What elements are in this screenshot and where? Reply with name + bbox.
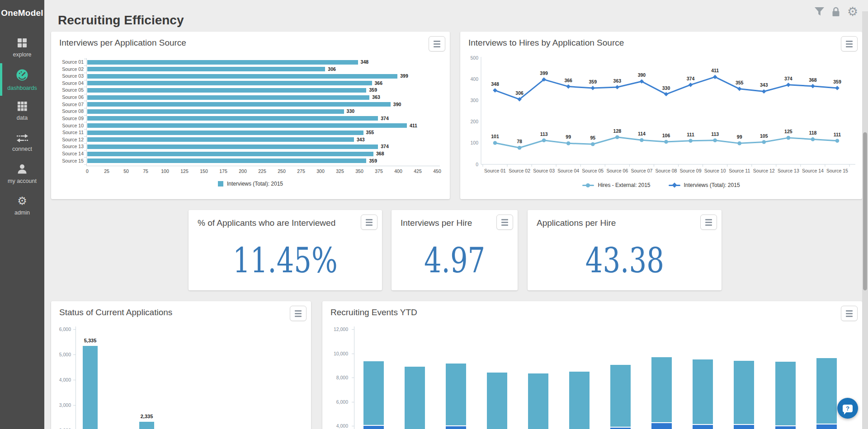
data-point-source-14[interactable] — [811, 84, 815, 89]
lock-icon[interactable] — [830, 5, 842, 17]
sidebar-item-label: connect — [12, 146, 32, 152]
data-point-source-04[interactable] — [566, 84, 571, 89]
data-point-label: 359 — [589, 79, 597, 84]
bar-source-05[interactable] — [87, 88, 366, 93]
stacked-bar-10[interactable] — [734, 361, 754, 429]
filter-icon[interactable] — [813, 5, 825, 17]
data-point-source-01[interactable] — [493, 141, 497, 145]
data-point-source-11[interactable] — [737, 141, 741, 145]
bar-source-09[interactable] — [87, 116, 378, 121]
sidebar-item-data[interactable]: data — [0, 98, 44, 123]
bar-source-07[interactable] — [87, 102, 391, 107]
page-scrollbar-thumb[interactable] — [863, 132, 867, 290]
legend-item[interactable]: Interviews (Total): 2015 — [218, 181, 283, 187]
bar-1[interactable] — [83, 346, 98, 429]
bar-source-03[interactable] — [87, 74, 397, 79]
data-point-source-06[interactable] — [615, 85, 620, 89]
bar-source-08[interactable] — [87, 109, 344, 114]
data-point-source-02[interactable] — [518, 146, 522, 150]
legend-item-interviews[interactable]: Interviews (Total): 2015 — [669, 182, 740, 188]
stacked-bar-lower-segment-10[interactable] — [734, 424, 754, 429]
y-tick-label: 300 — [470, 98, 478, 103]
data-point-source-05[interactable] — [590, 86, 595, 90]
stacked-bar-12[interactable] — [816, 358, 837, 429]
data-point-source-08[interactable] — [664, 140, 668, 144]
stacked-bar-7[interactable] — [610, 365, 631, 429]
bar-source-15[interactable] — [87, 159, 366, 163]
stacked-bar-1[interactable] — [363, 361, 384, 429]
card-menu-button[interactable] — [361, 214, 377, 230]
stacked-bar-11[interactable] — [775, 362, 796, 429]
data-point-source-11[interactable] — [737, 87, 742, 91]
data-point-source-03[interactable] — [542, 138, 546, 142]
x-category-label: Source 07 — [631, 168, 652, 173]
data-point-source-13[interactable] — [786, 83, 791, 87]
data-point-label: 411 — [711, 68, 719, 73]
bar-source-04[interactable] — [87, 81, 372, 85]
stacked-bar-8[interactable] — [651, 357, 672, 429]
x-axis-line — [86, 166, 440, 166]
bar-2[interactable] — [139, 422, 154, 429]
x-category-label: Source 06 — [606, 168, 628, 173]
data-point-source-13[interactable] — [787, 136, 791, 140]
data-point-source-06[interactable] — [615, 135, 619, 139]
bar-source-06[interactable] — [87, 95, 369, 100]
data-point-source-09[interactable] — [689, 83, 693, 87]
y-tick-label: 3,000 — [51, 402, 71, 408]
legend-item-hires[interactable]: Hires - External: 2015 — [582, 182, 650, 188]
data-point-source-05[interactable] — [591, 142, 595, 146]
sidebar-item-admin[interactable]: ⚙ admin — [0, 193, 44, 218]
card-status-of-applications: Status of Current Applications 6,0005,00… — [51, 301, 311, 429]
settings-gear-icon[interactable]: ⚙ — [847, 5, 859, 17]
stacked-bar-lower-segment-8[interactable] — [651, 422, 672, 429]
category-label: Source 01 — [51, 59, 84, 65]
dashboards-icon — [15, 68, 29, 82]
stacked-bar-lower-segment-12[interactable] — [816, 424, 837, 429]
category-label: Source 07 — [51, 102, 84, 107]
y-tick-label: 4,000 — [51, 377, 71, 382]
stacked-bar-lower-segment-9[interactable] — [693, 424, 713, 429]
card-menu-button[interactable] — [700, 214, 717, 230]
data-point-source-15[interactable] — [835, 86, 840, 90]
data-point-source-04[interactable] — [566, 141, 571, 145]
bar-source-13[interactable] — [87, 145, 378, 149]
data-point-source-07[interactable] — [640, 138, 644, 142]
stacked-bar-2[interactable] — [405, 367, 425, 429]
sidebar-item-connect[interactable]: connect — [0, 130, 44, 155]
stacked-bar-lower-segment-1[interactable] — [363, 425, 384, 429]
data-point-source-15[interactable] — [835, 139, 840, 143]
category-label: Source 02 — [51, 66, 84, 72]
help-button[interactable]: ? — [837, 398, 858, 419]
data-point-source-12[interactable] — [762, 89, 766, 94]
stacked-bar-3[interactable] — [446, 364, 466, 429]
bar-source-02[interactable] — [87, 67, 325, 71]
sidebar-item-explore[interactable]: explore — [0, 35, 44, 60]
stacked-bar-lower-segment-7[interactable] — [610, 427, 631, 429]
kpi-title: Interviews per Hire — [401, 218, 472, 228]
data-point-source-14[interactable] — [811, 137, 815, 141]
stacked-bar-9[interactable] — [693, 359, 713, 429]
bar-source-12[interactable] — [87, 137, 354, 142]
stacked-bar-6[interactable] — [569, 372, 590, 429]
bar-source-10[interactable] — [87, 123, 407, 128]
stacked-bar-lower-segment-11[interactable] — [775, 425, 796, 429]
chart-legend: Interviews (Total): 2015 — [51, 181, 450, 187]
data-point-source-12[interactable] — [762, 140, 766, 144]
data-point-source-10[interactable] — [713, 138, 717, 142]
data-point-source-10[interactable] — [713, 75, 717, 79]
stacked-bar-lower-segment-3[interactable] — [446, 425, 466, 429]
data-point-source-01[interactable] — [493, 88, 497, 93]
bar-source-14[interactable] — [87, 152, 373, 156]
stacked-bar-4[interactable] — [487, 373, 507, 429]
bar-source-01[interactable] — [87, 60, 358, 65]
stacked-bar-5[interactable] — [528, 373, 548, 429]
sidebar-item-dashboards[interactable]: dashboards — [0, 63, 44, 96]
bar-source-11[interactable] — [87, 131, 363, 135]
card-menu-button[interactable] — [496, 214, 513, 230]
sidebar-item-my-account[interactable]: my account — [0, 161, 44, 186]
bar-value-label: 355 — [366, 130, 374, 135]
data-point-source-09[interactable] — [689, 139, 693, 143]
category-axis-tick — [84, 80, 86, 80]
kpi-value: 4.97 — [392, 233, 518, 288]
page-scrollbar-track[interactable] — [862, 11, 868, 429]
